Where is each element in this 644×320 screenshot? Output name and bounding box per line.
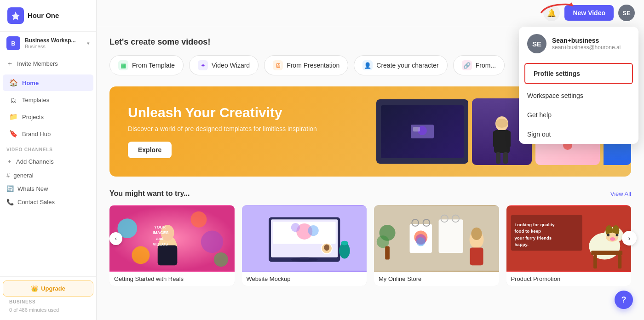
try-card-my-online-store[interactable]: My Online Store <box>374 205 499 286</box>
dropdown-header: SE Sean+business sean+business@hourone.a… <box>519 27 638 61</box>
svg-point-44 <box>341 241 348 246</box>
minutes-used-label: 0 of 486 minutes used <box>3 305 93 316</box>
quick-action-create-character[interactable]: 👤 Create your character <box>354 55 447 75</box>
try-card-my-online-store-img <box>374 205 499 272</box>
svg-rect-72 <box>618 255 621 269</box>
nav-items: 🏠 Home 🗂 Templates 📁 Projects 🔖 Brand Hu… <box>0 72 96 276</box>
svg-rect-70 <box>591 251 622 255</box>
topbar: 🔔 New Video SE SE Sean+business sean+bus… <box>97 0 644 26</box>
add-channels-label: Add Channels <box>16 158 54 165</box>
add-channels-button[interactable]: ＋ Add Channels <box>0 154 96 169</box>
brand-hub-icon: 🔖 <box>9 130 17 138</box>
quick-action-from-presentation[interactable]: 🖥 From Presentation <box>264 55 348 75</box>
svg-point-22 <box>201 231 223 253</box>
sign-out-item[interactable]: Sign out <box>519 125 638 144</box>
sidebar-item-brand-hub-label: Brand Hub <box>22 131 51 137</box>
try-card-getting-started[interactable]: YOUR IMAGES and VIDEOS ‹ Getting Started… <box>109 205 235 286</box>
svg-text:YOUR: YOUR <box>154 225 166 229</box>
dropdown-user-name: Sean+business <box>552 37 621 44</box>
svg-rect-60 <box>385 246 390 259</box>
workspace-settings-item[interactable]: Workspace settings <box>519 86 638 105</box>
svg-rect-27 <box>158 246 178 266</box>
svg-text:VIDEOS: VIDEOS <box>153 242 168 246</box>
create-character-icon: 👤 <box>362 60 373 70</box>
try-card-product-promotion[interactable]: Looking for quality food to keep your fu… <box>506 205 632 286</box>
dropdown-items: Profile settings Workspace settings Get … <box>519 63 638 144</box>
video-wizard-icon: ✦ <box>198 60 208 70</box>
app-name: Hour One <box>28 11 59 20</box>
sidebar-item-projects[interactable]: 📁 Projects <box>3 109 93 125</box>
svg-rect-57 <box>470 247 483 265</box>
try-section-title: You might want to try... <box>109 189 190 198</box>
sidebar-item-templates[interactable]: 🗂 Templates <box>3 91 93 108</box>
projects-icon: 📁 <box>9 113 17 121</box>
quick-action-video-wizard[interactable]: ✦ Video Wizard <box>189 55 259 75</box>
plus-icon: ＋ <box>6 157 12 166</box>
invite-members-button[interactable]: ＋ Invite Members <box>0 55 96 72</box>
whats-new-item[interactable]: 🔄 Whats New <box>0 182 96 195</box>
templates-icon: 🗂 <box>9 96 17 104</box>
try-card-website-mockup-label: Website Mockup <box>242 272 367 286</box>
workspace-chevron-icon: ▾ <box>87 40 90 46</box>
sidebar-item-templates-label: Templates <box>22 97 49 103</box>
try-card-my-online-store-label: My Online Store <box>374 272 499 286</box>
svg-point-51 <box>416 237 425 246</box>
svg-point-69 <box>610 237 615 241</box>
dropdown-menu: SE Sean+business sean+business@hourone.a… <box>519 27 638 144</box>
svg-point-37 <box>291 223 299 232</box>
contact-sales-icon: 📞 <box>6 199 14 206</box>
svg-point-24 <box>214 252 228 267</box>
sidebar-logo: Hour One <box>0 0 96 32</box>
try-card-product-promotion-label: Product Promotion <box>506 272 632 286</box>
banner-laptop-image <box>376 99 468 164</box>
banner-laptop-screen <box>381 105 464 158</box>
user-avatar-button[interactable]: SE <box>618 5 635 21</box>
svg-text:food to keep: food to keep <box>514 229 541 234</box>
upgrade-button[interactable]: 👑 Upgrade <box>3 280 93 297</box>
workspace-type: Business <box>25 44 82 49</box>
try-card-getting-started-img: YOUR IMAGES and VIDEOS ‹ <box>109 205 235 272</box>
app-logo-icon <box>7 7 24 24</box>
svg-rect-3 <box>413 127 420 131</box>
hash-icon: # <box>6 172 10 179</box>
svg-text:and: and <box>156 236 164 241</box>
sidebar-item-home-label: Home <box>22 80 39 86</box>
home-icon: 🏠 <box>9 79 17 87</box>
svg-point-10 <box>496 119 508 128</box>
carousel-next-button[interactable]: › <box>622 231 637 246</box>
svg-point-67 <box>607 234 610 236</box>
quick-action-from-url[interactable]: 🔗 From... <box>453 55 505 75</box>
svg-text:Looking for quality: Looking for quality <box>514 222 555 227</box>
workspace-name: Business Worksp... <box>25 37 82 44</box>
profile-settings-item[interactable]: Profile settings <box>524 63 633 84</box>
quick-action-from-template[interactable]: ▦ From Template <box>109 55 184 75</box>
create-character-label: Create your character <box>376 62 438 69</box>
svg-point-38 <box>308 225 318 236</box>
svg-point-21 <box>190 211 207 228</box>
help-button[interactable]: ? <box>615 291 633 309</box>
whats-new-label: Whats New <box>17 185 48 192</box>
from-template-icon: ▦ <box>118 60 128 70</box>
view-all-link[interactable]: View All <box>610 190 631 197</box>
svg-point-42 <box>324 245 329 251</box>
sidebar-item-projects-label: Projects <box>22 114 44 120</box>
workspace-selector[interactable]: B Business Worksp... Business ▾ <box>0 32 96 55</box>
try-card-getting-started-label: Getting Started with Reals <box>109 272 235 286</box>
workspace-info: Business Worksp... Business <box>25 37 82 49</box>
from-template-label: From Template <box>132 62 175 69</box>
svg-point-68 <box>615 234 618 236</box>
try-card-website-mockup[interactable]: Website Mockup <box>242 205 367 286</box>
general-channel-item[interactable]: # general <box>0 169 96 182</box>
svg-rect-40 <box>300 257 309 260</box>
banner-cta-button[interactable]: Explore <box>128 142 172 158</box>
get-help-item[interactable]: Get help <box>519 105 638 125</box>
dropdown-user-email: sean+business@hourone.ai <box>552 44 621 51</box>
from-url-icon: 🔗 <box>462 60 472 70</box>
from-presentation-icon: 🖥 <box>273 60 283 70</box>
sidebar-item-brand-hub[interactable]: 🔖 Brand Hub <box>3 126 93 142</box>
sidebar-item-home[interactable]: 🏠 Home <box>3 74 93 91</box>
try-section-header: You might want to try... View All <box>109 189 631 198</box>
contact-sales-item[interactable]: 📞 Contact Sales <box>0 195 96 209</box>
upgrade-label: Upgrade <box>41 285 65 292</box>
carousel-prev-button[interactable]: ‹ <box>109 232 122 245</box>
